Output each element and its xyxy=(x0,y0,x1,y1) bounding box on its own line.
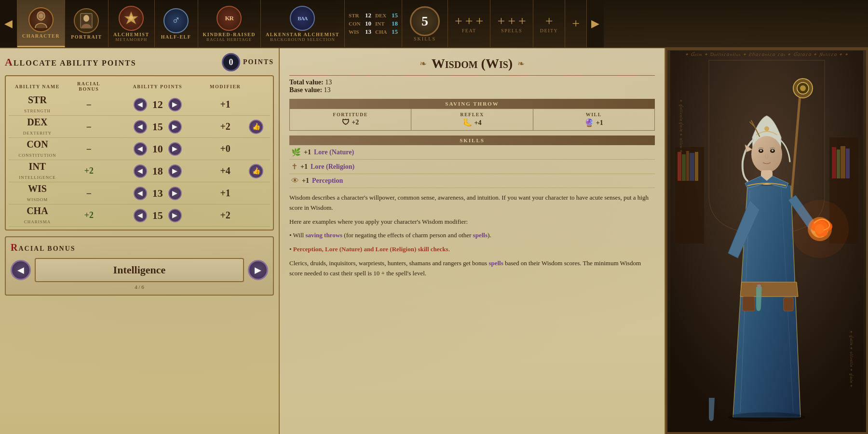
col-ability-points: Ability Points xyxy=(112,79,203,94)
ornament-right: ❧ xyxy=(517,58,525,69)
will-col: Will 🔮 +1 xyxy=(533,109,654,130)
fortitude-icon: 🛡 xyxy=(342,118,350,127)
stepper-dec-con[interactable]: ◀ xyxy=(134,142,147,156)
spells-label: Spells xyxy=(501,28,522,33)
fortitude-value: 🛡 +2 xyxy=(292,118,409,127)
description-para-4: Clerics, druids, inquisitors, warpriests… xyxy=(289,258,655,279)
skill-bonus-2: +1 xyxy=(302,177,309,185)
left-panel: Allocate Ability Points 0 Points Ability… xyxy=(0,48,280,434)
middle-panel: ❧ Wisdom (Wis) ❧ Total value: 13 Base va… xyxy=(280,48,665,434)
dex-stat: DEX 15 xyxy=(375,12,398,19)
str-stat: STR 12 xyxy=(349,12,371,19)
ability-table: Ability Name RacialBonus Ability Points … xyxy=(9,79,270,227)
total-base-row: Total value: 13 Base value: 13 xyxy=(289,79,655,94)
stepper-dec-int[interactable]: ◀ xyxy=(134,164,147,178)
ability-name-con: CONConstitution xyxy=(9,138,66,160)
racial-bonus-str: – xyxy=(66,94,112,116)
col-ability-name: Ability Name xyxy=(9,79,66,94)
racial-value-display: Intelligence xyxy=(35,258,244,282)
stepper-dec-str[interactable]: ◀ xyxy=(134,98,147,111)
svg-point-29 xyxy=(760,149,762,151)
skill-icon-2: 👁 xyxy=(291,176,299,185)
stepper-inc-con[interactable]: ▶ xyxy=(168,142,182,156)
skill-bonus-0: +1 xyxy=(304,149,311,156)
tab-deity[interactable]: + Deity xyxy=(533,0,566,47)
stepper-dec-wis[interactable]: ◀ xyxy=(134,187,147,200)
fortitude-col: Fortitude 🛡 +2 xyxy=(290,109,411,130)
racial-next-btn[interactable]: ▶ xyxy=(248,260,268,280)
racial-bonus-int: +2 xyxy=(66,160,112,182)
stepper-inc-str[interactable]: ▶ xyxy=(168,98,182,111)
ability-row-con: CONConstitution– ◀ 10 ▶ +0 xyxy=(9,138,270,160)
reflex-icon: 🦶 xyxy=(463,118,473,127)
nav-next-arrow[interactable]: ▶ xyxy=(586,0,604,47)
thumb-con xyxy=(247,138,270,160)
stepper-inc-wis[interactable]: ▶ xyxy=(168,187,182,200)
stepper-str: ◀ 12 ▶ xyxy=(112,94,203,116)
modifier-con: +0 xyxy=(203,138,247,160)
thumb-cha xyxy=(247,204,270,227)
ability-points-header: Allocate Ability Points 0 Points xyxy=(5,53,274,71)
description-para-3: • Perception, Lore (Nature) and Lore (Re… xyxy=(289,244,655,255)
tab-spells[interactable]: + + + Spells xyxy=(490,0,533,47)
stepper-inc-int[interactable]: ▶ xyxy=(168,164,182,178)
skill-name-1: Lore (Religion) xyxy=(311,163,354,171)
skills-section-middle: Skills 🌿 +1 Lore (Nature) ✝ +1 Lore (Rel… xyxy=(289,136,655,188)
feat-label: Feat xyxy=(462,28,476,33)
ability-name-dex: DEXDexterity xyxy=(9,116,66,138)
thumb-dex: 👍 xyxy=(247,116,270,138)
ability-value-int: 18 xyxy=(149,165,166,177)
right-panel: ✦ Ɠaim ✦ Ɗuɨllɨɾɑnɨlus ✦ Ƨɦɑɾɑnɨɾɑ ɾɑs ✦… xyxy=(665,48,868,434)
ability-row-wis: WISWisdom– ◀ 13 ▶ +1 xyxy=(9,182,270,204)
tab-racial-heritage[interactable]: KR Kindred-Raised Racial Heritage xyxy=(198,0,261,47)
svg-rect-8 xyxy=(678,152,681,181)
racial-prev-btn[interactable]: ◀ xyxy=(11,260,31,280)
reflex-value: 🦶 +4 xyxy=(413,118,530,127)
stepper-inc-dex[interactable]: ▶ xyxy=(168,120,182,134)
tab-class[interactable]: Alchemist Metamorph xyxy=(108,0,155,47)
base-value-row: Base value: 13 xyxy=(289,86,655,94)
background-icon: BAA xyxy=(290,6,315,31)
skills-list: 🌿 +1 Lore (Nature) ✝ +1 Lore (Religion) … xyxy=(289,145,655,188)
stepper-dec-dex[interactable]: ◀ xyxy=(134,120,147,134)
svg-rect-16 xyxy=(846,149,850,178)
col-racial-bonus: RacialBonus xyxy=(66,79,112,94)
ability-name-wis: WISWisdom xyxy=(9,182,66,204)
thumb-str xyxy=(247,94,270,116)
stepper-inc-cha[interactable]: ▶ xyxy=(168,209,182,222)
race-icon: ♂ xyxy=(163,8,189,33)
nav-prev-arrow[interactable]: ◀ xyxy=(0,0,17,47)
skill-item-0: 🌿 +1 Lore (Nature) xyxy=(289,145,655,160)
background-tab-label: Alkenstar Alchemist xyxy=(266,32,339,37)
points-badge: 0 Points xyxy=(222,53,274,71)
modifier-wis: +1 xyxy=(203,182,247,204)
thumb-wis xyxy=(247,182,270,204)
svg-rect-9 xyxy=(682,154,686,181)
description-para-2: • Will saving throws (for negating the e… xyxy=(289,231,655,241)
tab-background[interactable]: BAA Alkenstar Alchemist Background Selec… xyxy=(261,0,345,47)
will-value: 🔮 +1 xyxy=(535,118,652,127)
svg-text:✦ ɠɑlilɾɑilɛ ɠɑslɛ ✦ ɑlilɾɑ ✦: ✦ ɠɑlilɾɑilɛ ɠɑslɛ ✦ ɑlilɾɑ ✦ xyxy=(679,99,683,153)
racial-counter: 4 / 6 xyxy=(11,284,268,290)
thumb-int: 👍 xyxy=(247,160,270,182)
tab-character[interactable]: Character xyxy=(17,0,65,47)
racial-bonus-wis: – xyxy=(66,182,112,204)
svg-rect-14 xyxy=(837,149,840,178)
stepper-int: ◀ 18 ▶ xyxy=(112,160,203,182)
stepper-dec-cha[interactable]: ◀ xyxy=(134,209,147,222)
skills-header: Skills xyxy=(289,136,655,145)
character-tab-label: Character xyxy=(22,33,60,39)
skill-item-1: ✝ +1 Lore (Religion) xyxy=(289,160,655,174)
portrait-icon xyxy=(74,8,99,33)
svg-rect-10 xyxy=(686,151,689,181)
stepper-dex: ◀ 15 ▶ xyxy=(112,116,203,138)
racial-heritage-tab-label: Kindred-Raised xyxy=(203,32,256,37)
tab-feat[interactable]: + + + Feat xyxy=(448,0,490,47)
svg-text:✦ ɠɑlilɛ ✦ ɑlilɾɑlilɛ ✦ ɠɑslɛ : ✦ ɠɑlilɛ ✦ ɑlilɾɑlilɛ ✦ ɠɑslɛ ✦ xyxy=(849,330,854,388)
tab-extra[interactable]: + xyxy=(565,0,586,47)
saving-throw-header: Saving Throw xyxy=(289,99,655,108)
tab-portrait[interactable]: Portrait xyxy=(65,0,108,47)
svg-point-3 xyxy=(83,15,89,22)
tab-race[interactable]: ♂ Half-Elf xyxy=(155,0,198,47)
racial-heritage-icon: KR xyxy=(217,6,242,31)
